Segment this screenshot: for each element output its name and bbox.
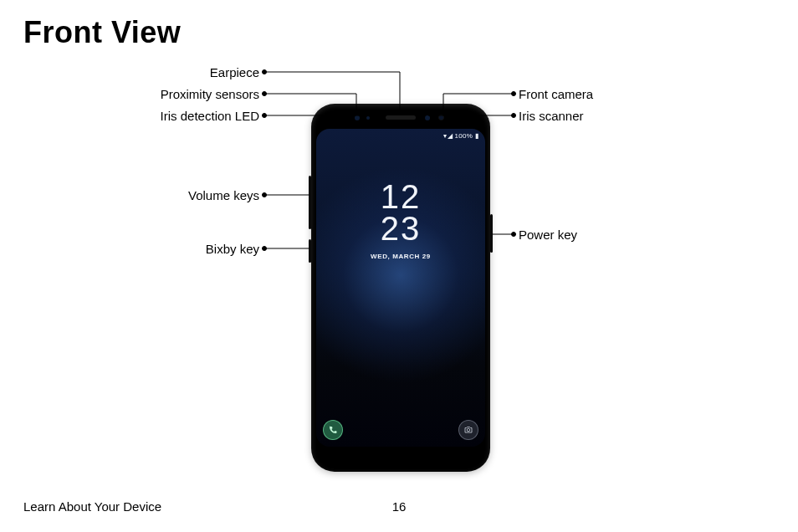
power-key-button — [490, 214, 493, 253]
page-title: Front View — [23, 15, 181, 50]
lock-clock: 12 23 WED, MARCH 29 — [316, 181, 485, 260]
callout-front-camera: Front camera — [519, 87, 593, 101]
bixby-key-button — [309, 239, 311, 263]
callout-iris-scanner: Iris scanner — [519, 109, 584, 123]
iris-scanner-dot — [425, 115, 430, 120]
callout-volume-keys: Volume keys — [0, 188, 259, 202]
clock-hours: 12 — [316, 181, 485, 212]
battery-icon: ▮ — [473, 132, 478, 140]
callout-proximity: Proximity sensors — [0, 87, 259, 101]
svg-point-4 — [263, 92, 267, 96]
svg-point-11 — [263, 247, 267, 251]
battery-text: 100% — [455, 132, 473, 140]
callout-iris-led: Iris detection LED — [0, 109, 259, 123]
earpiece-slot — [386, 115, 416, 120]
signal-icon: ▾◢ — [443, 132, 454, 140]
svg-point-7 — [263, 114, 267, 118]
phone-screen: ▾◢ 100% ▮ 12 23 WED, MARCH 29 — [316, 129, 485, 447]
svg-point-1 — [263, 70, 267, 74]
volume-keys-button — [309, 176, 311, 229]
clock-date: WED, MARCH 29 — [316, 253, 485, 260]
svg-point-16 — [512, 114, 516, 118]
lock-dock — [323, 420, 478, 440]
phone-app-icon — [323, 420, 343, 440]
callout-power-key: Power key — [519, 228, 577, 242]
callout-earpiece: Earpiece — [0, 65, 259, 79]
camera-app-icon — [458, 420, 478, 440]
svg-point-13 — [512, 92, 516, 96]
svg-point-18 — [512, 233, 516, 237]
svg-point-0 — [467, 428, 470, 432]
front-camera-dot — [438, 115, 444, 120]
callout-bixby-key: Bixby key — [0, 242, 259, 256]
proximity-sensor-dot — [355, 115, 360, 120]
footer-page-number: 16 — [392, 499, 407, 514]
phone-front-illustration: ▾◢ 100% ▮ 12 23 WED, MARCH 29 — [311, 104, 490, 472]
status-bar: ▾◢ 100% ▮ — [443, 132, 478, 140]
footer-section: Learn About Your Device — [23, 499, 161, 514]
iris-led-dot — [366, 116, 370, 120]
clock-minutes: 23 — [316, 212, 485, 244]
svg-point-9 — [263, 193, 267, 197]
